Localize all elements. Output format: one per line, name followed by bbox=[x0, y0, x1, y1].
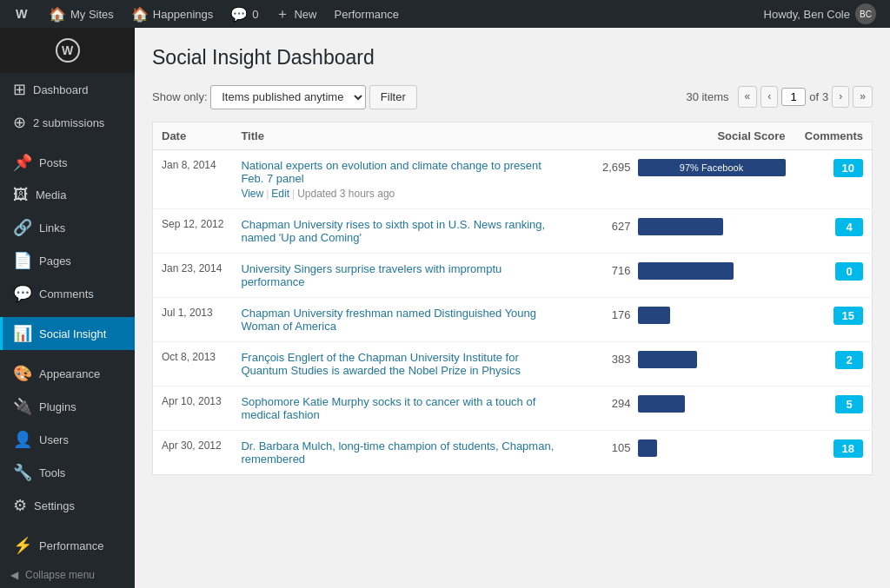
performance-icon: ⚡ bbox=[13, 536, 32, 555]
updated-text: Updated 3 hours ago bbox=[297, 188, 395, 200]
title-link[interactable]: Chapman University freshman named Distin… bbox=[241, 307, 536, 333]
score-bar-wrap bbox=[638, 439, 786, 457]
title-actions: View|Edit|Updated 3 hours ago bbox=[241, 188, 559, 200]
table-row: Jan 23, 2014University Singers surprise … bbox=[153, 253, 873, 297]
sidebar-item-links[interactable]: 🔗 Links bbox=[0, 211, 135, 244]
comments-cell: 18 bbox=[794, 430, 873, 474]
last-page-button[interactable]: » bbox=[853, 86, 873, 108]
sidebar-item-tools[interactable]: 🔧 Tools bbox=[0, 456, 135, 489]
score-number: 383 bbox=[601, 353, 631, 366]
score-number: 105 bbox=[601, 441, 631, 454]
sidebar-item-settings[interactable]: ⚙ Settings bbox=[0, 489, 135, 522]
comments-cell: 4 bbox=[794, 208, 873, 253]
sidebar-item-media[interactable]: 🖼 Media bbox=[0, 179, 135, 211]
sidebar-logo: W bbox=[0, 28, 135, 73]
score-bar bbox=[638, 351, 697, 368]
sidebar-item-users[interactable]: 👤 Users bbox=[0, 423, 135, 456]
links-icon: 🔗 bbox=[13, 218, 32, 237]
sidebar-item-pages[interactable]: 📄 Pages bbox=[0, 244, 135, 277]
comment-badge: 2 bbox=[835, 351, 863, 369]
comments-cell: 15 bbox=[794, 297, 873, 341]
dashboard-icon: ⊞ bbox=[13, 80, 26, 99]
table-row: Jan 8, 2014National experts on evolution… bbox=[153, 149, 873, 208]
comment-icon: 💬 bbox=[230, 6, 248, 23]
score-bar bbox=[638, 262, 734, 280]
adminbar-comments[interactable]: 💬 0 bbox=[222, 0, 267, 28]
score-cell: 176 bbox=[568, 297, 794, 341]
score-bar-wrap: 97% Facebook bbox=[638, 159, 786, 176]
score-bar-label: 97% Facebook bbox=[680, 162, 743, 173]
users-icon: 👤 bbox=[13, 430, 32, 449]
col-header-title: Title bbox=[232, 122, 568, 149]
adminbar-happenings[interactable]: 🏠 Happenings bbox=[123, 0, 222, 28]
title-link[interactable]: Sophomore Katie Murphy socks it to cance… bbox=[241, 395, 535, 421]
comments-cell: 2 bbox=[794, 341, 873, 386]
adminbar-wp-logo[interactable]: W bbox=[7, 0, 40, 28]
sidebar-item-appearance[interactable]: 🎨 Appearance bbox=[0, 357, 135, 390]
table-row: Apr 30, 2012Dr. Barbara Mulch, long-time… bbox=[153, 430, 873, 474]
title-cell: Chapman University rises to sixth spot i… bbox=[232, 208, 568, 253]
sidebar-item-comments[interactable]: 💬 Comments bbox=[0, 277, 135, 310]
next-page-button[interactable]: › bbox=[832, 86, 849, 108]
adminbar-new[interactable]: ＋ New bbox=[267, 0, 325, 28]
title-cell: Dr. Barbara Mulch, long-time champion of… bbox=[232, 430, 568, 474]
sidebar-item-dashboard[interactable]: ⊞ Dashboard bbox=[0, 73, 135, 106]
score-bar-wrap bbox=[638, 262, 786, 280]
title-link[interactable]: National experts on evolution and climat… bbox=[241, 159, 541, 185]
col-header-score: Social Score bbox=[568, 122, 794, 149]
main-content: Social Insight Dashboard Show only: Item… bbox=[135, 28, 890, 588]
comment-badge: 18 bbox=[834, 439, 863, 458]
title-link[interactable]: Chapman University rises to sixth spot i… bbox=[241, 218, 545, 244]
sidebar-item-social-insight[interactable]: 📊 Social Insight bbox=[0, 317, 135, 350]
sidebar-item-submissions[interactable]: ⊕ 2 submissions bbox=[0, 106, 135, 139]
svg-text:W: W bbox=[62, 43, 74, 57]
page-total: 3 bbox=[822, 90, 828, 103]
action-separator-2: | bbox=[292, 188, 295, 200]
edit-link[interactable]: Edit bbox=[271, 188, 289, 200]
pagination-bar: 30 items « ‹ of 3 › » bbox=[686, 86, 873, 108]
score-cell: 2,69597% Facebook bbox=[568, 149, 794, 208]
page-of: of bbox=[809, 90, 819, 103]
title-link[interactable]: University Singers surprise travelers wi… bbox=[241, 262, 501, 288]
score-bar: 97% Facebook bbox=[638, 159, 786, 176]
happenings-icon: 🏠 bbox=[131, 6, 149, 23]
total-items: 30 items bbox=[686, 90, 728, 103]
adminbar-my-sites[interactable]: 🏠 My Sites bbox=[40, 0, 123, 28]
filter-button[interactable]: Filter bbox=[369, 85, 417, 109]
score-cell: 383 bbox=[568, 341, 794, 386]
filter-select[interactable]: Items published anytime bbox=[210, 85, 366, 109]
first-page-button[interactable]: « bbox=[738, 86, 758, 108]
sidebar-item-performance[interactable]: ⚡ Performance bbox=[0, 529, 135, 562]
score-bar bbox=[638, 218, 724, 235]
posts-icon: 📌 bbox=[13, 153, 32, 172]
title-link[interactable]: Dr. Barbara Mulch, long-time champion of… bbox=[241, 439, 554, 466]
title-cell: Chapman University freshman named Distin… bbox=[232, 297, 568, 341]
admin-bar: W 🏠 My Sites 🏠 Happenings 💬 0 ＋ New Perf… bbox=[0, 0, 890, 28]
adminbar-user[interactable]: Howdy, Ben Cole BC bbox=[757, 0, 883, 28]
score-bar-wrap bbox=[638, 218, 786, 235]
comment-badge: 10 bbox=[834, 159, 863, 177]
date-cell: Jan 23, 2014 bbox=[153, 253, 233, 297]
score-number: 294 bbox=[601, 397, 631, 410]
collapse-icon: ◀ bbox=[10, 569, 18, 581]
submissions-icon: ⊕ bbox=[13, 113, 26, 132]
comments-icon: 💬 bbox=[13, 284, 32, 303]
score-bar-wrap bbox=[638, 395, 786, 413]
score-number: 627 bbox=[601, 220, 631, 233]
score-bar bbox=[638, 307, 670, 324]
adminbar-performance[interactable]: Performance bbox=[325, 0, 407, 28]
page-input[interactable] bbox=[781, 88, 806, 106]
sidebar-item-plugins[interactable]: 🔌 Plugins bbox=[0, 390, 135, 423]
pages-icon: 📄 bbox=[13, 251, 32, 270]
insight-table: Date Title Social Score Comments Jan 8, … bbox=[152, 122, 873, 475]
filter-row: Show only: Items published anytime Filte… bbox=[152, 85, 873, 109]
comment-badge: 4 bbox=[835, 218, 863, 236]
sidebar-collapse-button[interactable]: ◀ Collapse menu bbox=[0, 562, 135, 588]
settings-icon: ⚙ bbox=[13, 496, 27, 515]
title-link[interactable]: François Englert of the Chapman Universi… bbox=[241, 351, 521, 377]
view-link[interactable]: View bbox=[241, 188, 263, 200]
date-cell: Oct 8, 2013 bbox=[153, 341, 233, 386]
prev-page-button[interactable]: ‹ bbox=[760, 86, 778, 108]
score-cell: 105 bbox=[568, 430, 794, 474]
sidebar-item-posts[interactable]: 📌 Posts bbox=[0, 146, 135, 179]
